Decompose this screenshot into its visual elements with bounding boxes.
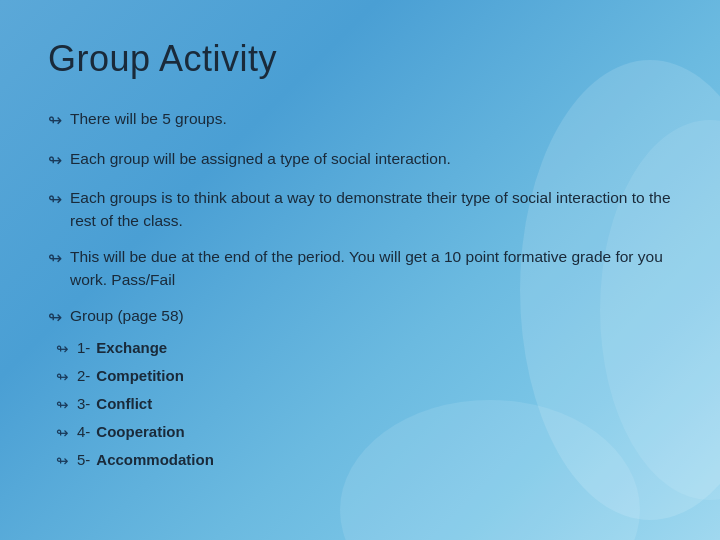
bullet-text-2: Each group will be assigned a type of so… [70,148,451,170]
sub-bullet-icon-2: ↬ [56,366,69,387]
sub-label-4: Cooperation [96,421,184,442]
sub-number-3: 3- [77,393,90,414]
sub-bullet-icon-5: ↬ [56,450,69,471]
sub-number-2: 2- [77,365,90,386]
sub-item-1: ↬ 1- Exchange [56,337,214,359]
slide-content: Group Activity ↬ There will be 5 groups.… [0,0,720,515]
bullet-icon-1: ↬ [48,109,62,134]
bullet-item-2: ↬ Each group will be assigned a type of … [48,148,672,174]
bullet-item-5: ↬ Group (page 58) ↬ 1- Exchange ↬ 2- Com… [48,305,672,477]
sub-bullet-list: ↬ 1- Exchange ↬ 2- Competition ↬ 3- Conf… [56,337,214,477]
bullet-text-5: Group (page 58) [70,305,184,327]
bullet-item-1: ↬ There will be 5 groups. [48,108,672,134]
slide-title: Group Activity [48,38,672,80]
sub-label-5: Accommodation [96,449,214,470]
bullet-icon-4: ↬ [48,247,62,272]
bullet-icon-5: ↬ [48,306,62,331]
bullet-item-3: ↬ Each groups is to think about a way to… [48,187,672,232]
bullet-icon-2: ↬ [48,149,62,174]
sub-label-3: Conflict [96,393,152,414]
bullet-item-4: ↬ This will be due at the end of the per… [48,246,672,291]
sub-item-2: ↬ 2- Competition [56,365,214,387]
main-bullet-list: ↬ There will be 5 groups. ↬ Each group w… [48,108,672,477]
bullet-text-1: There will be 5 groups. [70,108,227,130]
sub-item-5: ↬ 5- Accommodation [56,449,214,471]
sub-bullet-icon-3: ↬ [56,394,69,415]
sub-label-1: Exchange [96,337,167,358]
sub-item-3: ↬ 3- Conflict [56,393,214,415]
bullet-text-4: This will be due at the end of the perio… [70,246,672,291]
slide: Group Activity ↬ There will be 5 groups.… [0,0,720,540]
sub-item-4: ↬ 4- Cooperation [56,421,214,443]
bullet-icon-3: ↬ [48,188,62,213]
sub-label-2: Competition [96,365,184,386]
sub-number-5: 5- [77,449,90,470]
sub-bullet-icon-1: ↬ [56,338,69,359]
sub-number-1: 1- [77,337,90,358]
sub-bullet-icon-4: ↬ [56,422,69,443]
sub-number-4: 4- [77,421,90,442]
bullet-text-3: Each groups is to think about a way to d… [70,187,672,232]
